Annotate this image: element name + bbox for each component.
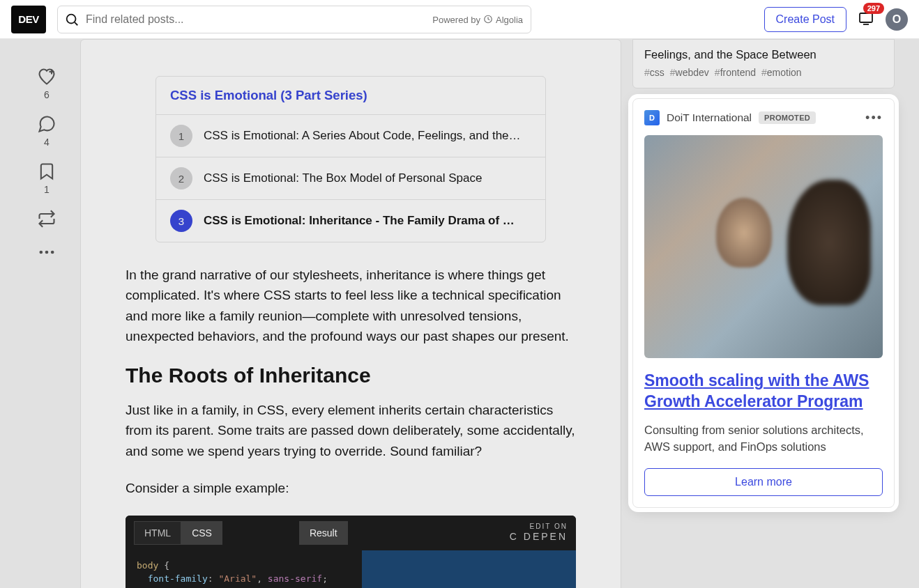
series-item-1[interactable]: 1 CSS is Emotional: A Series About Code,… xyxy=(156,114,545,157)
notification-badge: 297 xyxy=(863,3,884,14)
promo-menu-button[interactable]: ••• xyxy=(865,111,883,125)
tag-frontend[interactable]: #frontend xyxy=(715,67,756,78)
bookmark-icon xyxy=(37,162,56,181)
algolia-icon xyxy=(483,15,493,24)
tag-webdev[interactable]: #webdev xyxy=(670,67,709,78)
paragraph: Consider a simple example: xyxy=(126,478,576,498)
like-button[interactable]: 6 xyxy=(37,67,56,100)
series-item-2[interactable]: 2 CSS is Emotional: The Box Model of Per… xyxy=(156,157,545,199)
reactions-bar: 6 4 1 xyxy=(24,39,69,588)
heart-plus-icon xyxy=(37,67,56,86)
repost-button[interactable] xyxy=(37,209,56,229)
series-item-label: CSS is Emotional: Inheritance - The Fami… xyxy=(204,214,515,228)
codepen-result-pane xyxy=(362,550,576,589)
series-item-label: CSS is Emotional: The Box Model of Perso… xyxy=(204,171,482,185)
related-post-title: Feelings, and the Space Between xyxy=(644,48,883,61)
related-post-tags: #css #webdev #frontend #emotion xyxy=(644,67,883,78)
series-title[interactable]: CSS is Emotional (3 Part Series) xyxy=(156,77,545,114)
series-num: 3 xyxy=(170,210,192,232)
svg-point-9 xyxy=(51,251,54,254)
series-box: CSS is Emotional (3 Part Series) 1 CSS i… xyxy=(155,76,546,242)
avatar[interactable]: O xyxy=(886,8,908,31)
comment-icon xyxy=(37,114,56,134)
tag-emotion[interactable]: #emotion xyxy=(761,67,802,78)
search-icon xyxy=(64,12,79,27)
series-num: 1 xyxy=(170,125,192,147)
promo-header: DoiT International PROMOTED ••• xyxy=(644,110,883,125)
promoted-badge: PROMOTED xyxy=(759,111,816,124)
codepen-tab-html[interactable]: HTML xyxy=(134,521,181,545)
top-header: DEV Powered by Algolia Create Post 297 O xyxy=(0,0,919,39)
dev-logo[interactable]: DEV xyxy=(11,6,46,33)
codepen-header: HTML CSS Result EDIT ON C DEPEN xyxy=(126,516,576,550)
like-count: 6 xyxy=(44,89,50,100)
powered-by-label: Powered by Algolia xyxy=(432,14,523,24)
codepen-code[interactable]: body { font-family: "Arial", sans-serif;… xyxy=(126,550,362,589)
more-button[interactable] xyxy=(37,242,56,262)
series-item-3[interactable]: 3 CSS is Emotional: Inheritance - The Fa… xyxy=(156,199,545,242)
tag-css[interactable]: #css xyxy=(644,67,664,78)
comment-count: 4 xyxy=(44,137,50,148)
comment-button[interactable]: 4 xyxy=(37,114,56,148)
search-wrap: Powered by Algolia xyxy=(57,6,531,33)
paragraph: Just like in a family, in CSS, every ele… xyxy=(126,400,576,461)
promo-card: DoiT International PROMOTED ••• Smooth s… xyxy=(632,98,895,508)
heading-roots: The Roots of Inheritance xyxy=(126,364,576,387)
more-icon xyxy=(37,242,56,262)
article-card: CSS is Emotional (3 Part Series) 1 CSS i… xyxy=(80,39,621,588)
promo-title-link[interactable]: Smooth scaling with the AWS Growth Accel… xyxy=(644,371,883,412)
svg-point-0 xyxy=(67,14,76,23)
learn-more-button[interactable]: Learn more xyxy=(644,468,883,496)
svg-point-7 xyxy=(40,251,43,254)
codepen-tab-result[interactable]: Result xyxy=(299,521,348,545)
promo-logo-icon xyxy=(644,110,660,125)
notifications-button[interactable]: 297 xyxy=(858,10,874,29)
codepen-tab-css[interactable]: CSS xyxy=(181,521,222,545)
right-rail: Feelings, and the Space Between #css #we… xyxy=(632,39,895,588)
promo-brand: DoiT International xyxy=(667,111,752,124)
paragraph: In the grand narrative of our stylesheet… xyxy=(126,265,576,347)
svg-rect-3 xyxy=(860,13,872,22)
save-button[interactable]: 1 xyxy=(37,162,56,195)
repost-icon xyxy=(37,209,56,229)
svg-point-8 xyxy=(45,251,49,254)
related-post-card[interactable]: Feelings, and the Space Between #css #we… xyxy=(632,39,895,88)
save-count: 1 xyxy=(44,184,50,195)
article-body: In the grand narrative of our stylesheet… xyxy=(126,265,576,588)
codepen-edit-link[interactable]: EDIT ON C DEPEN xyxy=(510,523,568,543)
codepen-body: body { font-family: "Arial", sans-serif;… xyxy=(126,550,576,589)
header-right: Create Post 297 O xyxy=(764,7,908,32)
svg-line-1 xyxy=(75,22,77,25)
series-item-label: CSS is Emotional: A Series About Code, F… xyxy=(204,129,521,143)
create-post-button[interactable]: Create Post xyxy=(764,7,846,32)
promo-image[interactable] xyxy=(644,135,883,358)
series-num: 2 xyxy=(170,167,192,189)
promo-description: Consulting from senior solutions archite… xyxy=(644,422,883,456)
codepen-embed: HTML CSS Result EDIT ON C DEPEN body { f… xyxy=(126,516,576,589)
